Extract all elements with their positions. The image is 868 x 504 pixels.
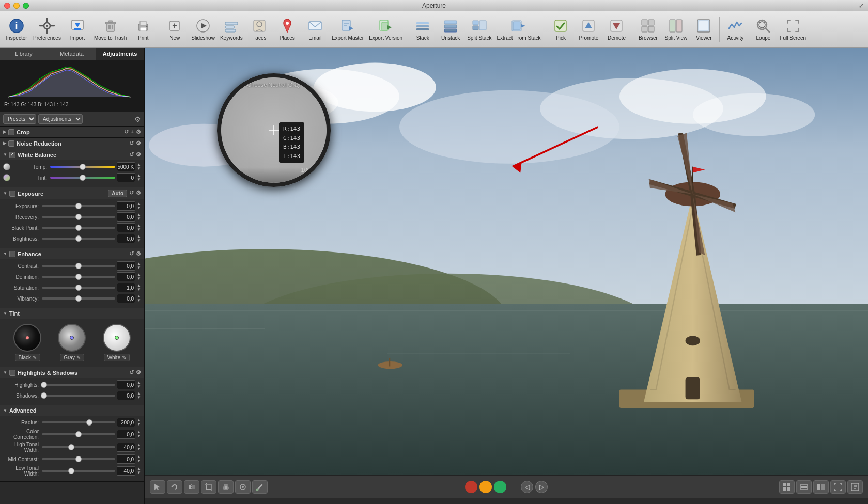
tab-adjustments[interactable]: Adjustments xyxy=(96,48,144,60)
crop-header[interactable]: ▶ Crop ↺ + ⚙ xyxy=(0,127,144,137)
activity-button[interactable]: Activity xyxy=(722,13,749,45)
stack-button[interactable]: Stack xyxy=(409,13,436,45)
tint-thumb[interactable] xyxy=(80,175,86,181)
move-to-trash-button[interactable]: Move to Trash xyxy=(92,13,129,45)
radius-arrows[interactable]: ▲▼ xyxy=(137,418,141,427)
tab-metadata[interactable]: Metadata xyxy=(48,48,96,60)
places-button[interactable]: Places xyxy=(274,13,301,45)
exposure-auto-btn[interactable]: Auto xyxy=(108,190,127,197)
black-point-arrows[interactable]: ▲▼ xyxy=(137,224,141,232)
color-correction-slider[interactable] xyxy=(42,433,115,435)
high-tonal-width-arrows[interactable]: ▲▼ xyxy=(137,443,141,451)
white-balance-reset-icon[interactable]: ↺ xyxy=(129,151,134,158)
export-version-button[interactable]: Export Version xyxy=(367,13,405,45)
full-screen-button[interactable]: Full Screen xyxy=(778,13,808,45)
white-balance-settings-icon[interactable]: ⚙ xyxy=(136,151,141,158)
temp-arrows[interactable]: ▲▼ xyxy=(137,163,141,171)
vibrancy-thumb[interactable] xyxy=(75,295,82,302)
shadows-thumb[interactable] xyxy=(41,392,47,399)
vibrancy-arrows[interactable]: ▲▼ xyxy=(137,294,141,303)
unrated-btn[interactable] xyxy=(479,481,492,493)
color-correction-thumb[interactable] xyxy=(75,431,82,437)
mid-contrast-thumb[interactable] xyxy=(75,456,82,462)
recovery-thumb[interactable] xyxy=(75,214,82,220)
split-view-button[interactable]: Split View xyxy=(662,13,689,45)
radius-slider[interactable] xyxy=(42,421,115,423)
pick-flag-btn[interactable] xyxy=(494,481,506,493)
high-tonal-width-thumb[interactable] xyxy=(68,444,74,450)
stamp-tool-btn[interactable] xyxy=(218,480,234,494)
recovery-arrows[interactable]: ▲▼ xyxy=(137,213,141,221)
tint-section-header[interactable]: ▼ Tint xyxy=(0,308,144,319)
tab-library[interactable]: Library xyxy=(0,48,48,60)
contrast-arrows[interactable]: ▲▼ xyxy=(137,262,141,270)
saturation-slider[interactable] xyxy=(42,287,115,289)
white-tint-label[interactable]: White ✎ xyxy=(104,354,130,361)
highlights-thumb[interactable] xyxy=(41,382,47,388)
adjustments-select[interactable]: Adjustments xyxy=(38,114,83,124)
minimize-button[interactable] xyxy=(13,3,20,9)
white-balance-header[interactable]: ▼ White Balance ↺ ⚙ xyxy=(0,149,144,160)
crop-add-icon[interactable]: + xyxy=(131,129,134,135)
brightness-thumb[interactable] xyxy=(75,235,82,242)
highlights-slider[interactable] xyxy=(42,384,115,386)
exposure-checkbox[interactable] xyxy=(9,191,16,197)
fullscreen-view-btn[interactable] xyxy=(830,480,846,494)
low-tonal-width-thumb[interactable] xyxy=(68,468,74,474)
eye-dropper-btn[interactable] xyxy=(235,480,251,494)
new-button[interactable]: + New xyxy=(161,13,188,45)
mid-contrast-arrows[interactable]: ▲▼ xyxy=(137,455,141,463)
saturation-thumb[interactable] xyxy=(75,285,82,291)
vibrancy-slider[interactable] xyxy=(42,297,115,300)
noise-reduction-settings-icon[interactable]: ⚙ xyxy=(136,140,141,147)
definition-arrows[interactable]: ▲▼ xyxy=(137,273,141,281)
promote-button[interactable]: Promote xyxy=(575,13,602,45)
filmstrip-btn[interactable] xyxy=(796,480,812,494)
loupe-zoom[interactable]: 100 ▾ xyxy=(301,167,315,174)
extract-from-stack-button[interactable]: Extract From Stack xyxy=(494,13,542,45)
keywords-button[interactable]: Keywords xyxy=(218,13,245,45)
noise-reduction-header[interactable]: ▶ Noise Reduction ↺ ⚙ xyxy=(0,138,144,149)
definition-thumb[interactable] xyxy=(75,274,82,280)
brightness-arrows[interactable]: ▲▼ xyxy=(137,234,141,243)
mid-contrast-slider[interactable] xyxy=(42,458,115,460)
exposure-thumb[interactable] xyxy=(75,203,82,209)
split-stack-button[interactable]: Split Stack xyxy=(465,13,493,45)
exposure-arrows[interactable]: ▲▼ xyxy=(137,202,141,210)
definition-slider[interactable] xyxy=(42,276,115,278)
compare-btn[interactable] xyxy=(813,480,829,494)
rotate-left-btn[interactable] xyxy=(167,480,182,494)
crop-tool-btn[interactable] xyxy=(201,480,216,494)
crop-settings-icon[interactable]: ⚙ xyxy=(136,129,141,135)
noise-reduction-checkbox[interactable] xyxy=(8,140,14,147)
info-view-btn[interactable] xyxy=(847,480,863,494)
tint-arrows[interactable]: ▲▼ xyxy=(137,174,141,182)
contrast-slider[interactable] xyxy=(42,265,115,267)
close-button[interactable] xyxy=(4,3,10,9)
white-tint-circle[interactable] xyxy=(103,324,131,352)
temp-thumb[interactable] xyxy=(80,164,86,170)
presets-select[interactable]: Presets xyxy=(3,114,36,124)
prev-btn[interactable]: ◁ xyxy=(521,481,533,493)
low-tonal-width-slider[interactable] xyxy=(42,470,115,472)
preferences-button[interactable]: Preferences xyxy=(31,13,63,45)
temp-slider[interactable] xyxy=(50,166,115,168)
unstack-button[interactable]: Unstack xyxy=(437,13,464,45)
color-correction-arrows[interactable]: ▲▼ xyxy=(137,430,141,438)
high-tonal-width-slider[interactable] xyxy=(42,446,115,448)
settings-gear-button[interactable]: ⚙ xyxy=(134,115,141,123)
tint-slider[interactable] xyxy=(50,177,115,179)
email-button[interactable]: Email xyxy=(302,13,329,45)
contrast-thumb[interactable] xyxy=(75,263,82,269)
gray-tint-circle[interactable] xyxy=(58,324,86,352)
viewer-button[interactable]: Viewer xyxy=(690,13,717,45)
slideshow-button[interactable]: Slideshow xyxy=(189,13,217,45)
enhance-reset-icon[interactable]: ↺ xyxy=(129,250,134,257)
reject-btn[interactable] xyxy=(465,481,477,493)
black-point-thumb[interactable] xyxy=(75,225,82,231)
crop-reset-icon[interactable]: ↺ xyxy=(124,129,129,135)
exposure-header[interactable]: ▼ Exposure Auto ↺ ⚙ xyxy=(0,187,144,199)
radius-thumb[interactable] xyxy=(86,419,92,426)
enhance-checkbox[interactable] xyxy=(9,251,16,257)
exposure-slider[interactable] xyxy=(42,205,115,207)
